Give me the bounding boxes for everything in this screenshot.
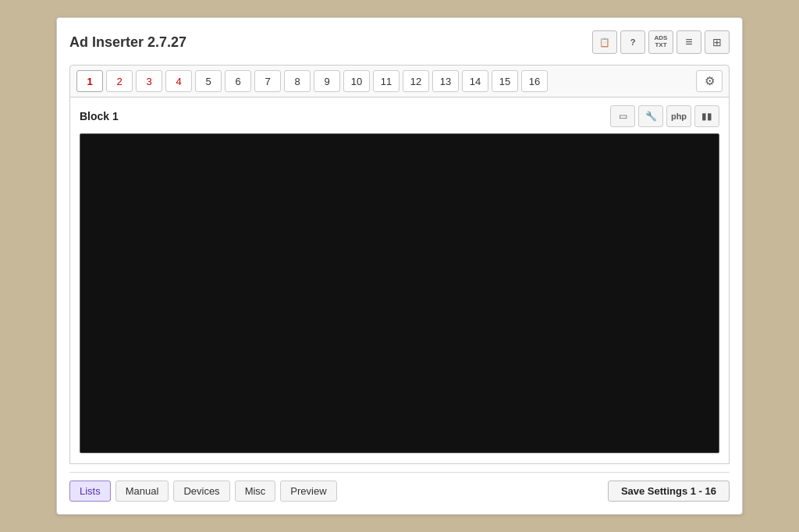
save-settings-button[interactable]: Save Settings 1 - 16 — [608, 481, 730, 502]
block-header: Block 1 ▭ 🔧 php ▮▮ — [80, 105, 719, 127]
ads-txt-icon: ADSTXT — [655, 35, 668, 49]
tablet-icon: ▭ — [619, 111, 627, 122]
tablet-preview-button[interactable]: ▭ — [610, 105, 635, 127]
block-title: Block 1 — [80, 110, 119, 122]
pause-button[interactable]: ▮▮ — [694, 105, 719, 127]
tab-14[interactable]: 14 — [462, 70, 488, 92]
tab-9[interactable]: 9 — [314, 70, 340, 92]
tab-8[interactable]: 8 — [284, 70, 311, 92]
php-button[interactable]: php — [666, 105, 691, 127]
wrench-icon: 🔧 — [645, 111, 657, 122]
grid-icon: ⊞ — [712, 36, 722, 48]
tab-11[interactable]: 11 — [373, 70, 400, 92]
header-icons: 📋 ? ADSTXT ≡ ⊞ — [592, 30, 730, 54]
tab-13[interactable]: 13 — [432, 70, 459, 92]
book-icon: 📋 — [599, 37, 610, 48]
plugin-container: Ad Inserter 2.7.27 📋 ? ADSTXT ≡ ⊞ 1 2 3 … — [56, 17, 743, 515]
pause-icon: ▮▮ — [701, 111, 712, 122]
gear-icon: ⚙ — [705, 74, 715, 88]
settings-tab[interactable]: ⚙ — [696, 70, 723, 92]
tab-1[interactable]: 1 — [76, 70, 103, 92]
tab-15[interactable]: 15 — [492, 70, 518, 92]
menu-icon-button[interactable]: ≡ — [676, 30, 701, 54]
bottom-bar: Lists Manual Devices Misc Preview Save S… — [69, 472, 730, 502]
tab-16[interactable]: 16 — [521, 70, 548, 92]
tab-5[interactable]: 5 — [195, 70, 222, 92]
tab-12[interactable]: 12 — [403, 70, 429, 92]
block-panel: Block 1 ▭ 🔧 php ▮▮ — [69, 98, 730, 464]
preview-button[interactable]: Preview — [280, 481, 336, 502]
tab-10[interactable]: 10 — [343, 70, 370, 92]
tab-6[interactable]: 6 — [225, 70, 251, 92]
plugin-title: Ad Inserter 2.7.27 — [69, 34, 186, 51]
help-icon-button[interactable]: ? — [620, 30, 645, 54]
lists-button[interactable]: Lists — [69, 481, 111, 502]
wrench-button[interactable]: 🔧 — [638, 105, 663, 127]
book-icon-button[interactable]: 📋 — [592, 30, 617, 54]
plugin-header: Ad Inserter 2.7.27 📋 ? ADSTXT ≡ ⊞ — [69, 30, 730, 54]
tab-3[interactable]: 3 — [136, 70, 162, 92]
bottom-left-buttons: Lists Manual Devices Misc Preview — [69, 481, 337, 502]
block-actions: ▭ 🔧 php ▮▮ — [610, 105, 719, 127]
tabs-row: 1 2 3 4 5 6 7 8 9 10 11 12 13 14 15 16 ⚙ — [69, 65, 730, 98]
tab-7[interactable]: 7 — [254, 70, 281, 92]
devices-button[interactable]: Devices — [173, 481, 229, 502]
tab-2[interactable]: 2 — [106, 70, 133, 92]
question-icon: ? — [630, 37, 636, 47]
manual-button[interactable]: Manual — [115, 481, 169, 502]
code-editor[interactable] — [80, 133, 719, 453]
tab-4[interactable]: 4 — [165, 70, 192, 92]
misc-button[interactable]: Misc — [235, 481, 276, 502]
grid-icon-button[interactable]: ⊞ — [705, 30, 730, 54]
menu-icon: ≡ — [685, 35, 692, 49]
php-icon: php — [671, 112, 687, 121]
ads-txt-icon-button[interactable]: ADSTXT — [648, 30, 673, 54]
